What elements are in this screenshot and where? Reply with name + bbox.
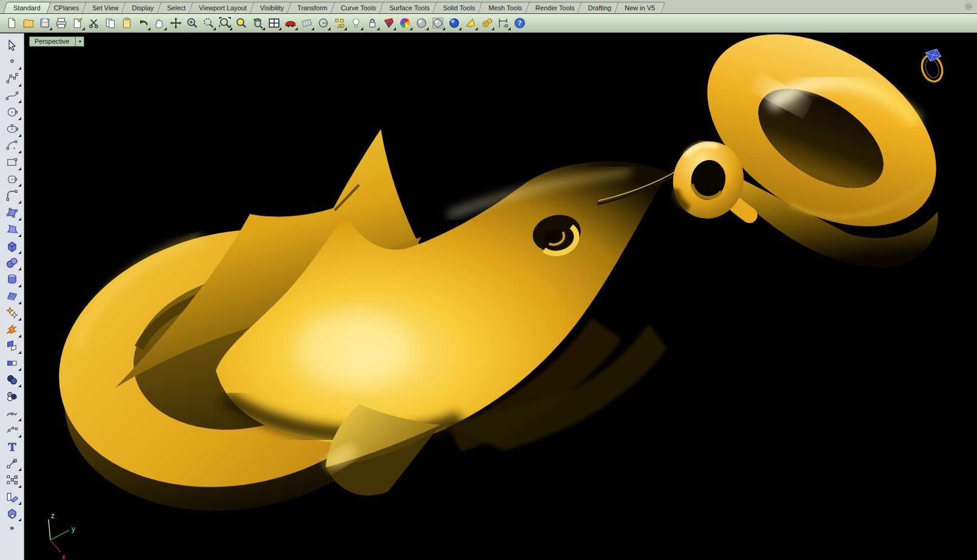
osnap-icon[interactable] — [331, 15, 347, 31]
text-icon[interactable]: T — [2, 438, 22, 455]
perspective-viewport[interactable]: Perspective ▼ — [24, 33, 977, 560]
tab-solid-tools[interactable]: Solid Tools — [434, 2, 483, 13]
tab-viewport-layout[interactable]: Viewport Layout — [190, 2, 255, 13]
extend-curve-icon[interactable] — [2, 405, 22, 422]
save-icon[interactable] — [36, 15, 53, 31]
undo-icon[interactable] — [135, 15, 151, 31]
mesh-surface-icon[interactable] — [2, 288, 22, 305]
interpolate-curve-icon[interactable] — [2, 87, 22, 104]
viewport-title-dropdown[interactable]: Perspective ▼ — [29, 36, 84, 47]
toolbar-tab-bar: StandardCPlanesSet ViewDisplaySelectView… — [0, 0, 977, 14]
spotlight-icon[interactable] — [462, 15, 478, 31]
help-icon[interactable]: ? — [511, 15, 528, 31]
tab-set-view[interactable]: Set View — [84, 2, 127, 13]
tab-transform[interactable]: Transform — [289, 2, 336, 13]
tab-visibility[interactable]: Visibility — [252, 2, 293, 13]
patch-surface-icon[interactable] — [2, 221, 22, 238]
select-cursor-icon[interactable] — [2, 37, 22, 54]
undo-view-change-icon[interactable] — [249, 15, 266, 31]
options-gear-icon[interactable] — [964, 2, 973, 12]
axis-y-label: y — [72, 525, 75, 533]
lamp-icon[interactable] — [347, 15, 364, 31]
axis-z-label: z — [51, 512, 55, 520]
tab-cplanes[interactable]: CPlanes — [45, 2, 88, 13]
ghosted-viewport-icon[interactable] — [429, 15, 446, 31]
named-cplane-icon[interactable] — [2, 488, 22, 505]
control-point-curve-icon[interactable] — [2, 70, 22, 87]
rendered-pendant-scene: z y x — [24, 33, 977, 560]
point-icon[interactable] — [2, 54, 22, 71]
rectangle-icon[interactable] — [2, 154, 22, 171]
open-file-icon[interactable] — [20, 15, 36, 31]
paste-icon[interactable] — [118, 15, 135, 31]
cage-edit-icon[interactable] — [2, 505, 22, 522]
svg-text:?: ? — [517, 19, 521, 27]
color-wheel-icon[interactable] — [397, 15, 413, 31]
options-icon[interactable] — [478, 15, 495, 31]
circle-icon[interactable] — [2, 104, 22, 121]
pan-icon[interactable] — [151, 15, 167, 31]
cylinder-icon[interactable] — [2, 271, 22, 288]
lock-icon[interactable] — [364, 15, 380, 31]
rebuild-curve-icon[interactable] — [2, 422, 22, 439]
tab-standard[interactable]: Standard — [5, 2, 49, 13]
tab-mesh-tools[interactable]: Mesh Tools — [480, 2, 530, 13]
rendered-viewport-icon[interactable] — [446, 15, 462, 31]
export-icon[interactable] — [69, 15, 86, 31]
circle-radius-icon[interactable] — [315, 15, 331, 31]
zoom-dynamic-icon[interactable] — [184, 15, 200, 31]
dolphin-body[interactable] — [216, 161, 678, 452]
box-icon[interactable] — [2, 238, 22, 255]
four-viewports-icon[interactable] — [266, 15, 282, 31]
surface-control-points-icon[interactable] — [2, 204, 22, 221]
sphere-icon[interactable] — [2, 255, 22, 272]
zoom-selected-icon[interactable] — [233, 15, 249, 31]
arc-icon[interactable] — [2, 138, 22, 155]
cplane-icon[interactable] — [298, 15, 315, 31]
split-icon[interactable] — [2, 355, 22, 372]
print-icon[interactable] — [53, 15, 69, 31]
tab-curve-tools[interactable]: Curve Tools — [332, 2, 384, 13]
move-icon[interactable] — [2, 455, 22, 472]
tab-surface-tools[interactable]: Surface Tools — [381, 2, 438, 13]
standard-toolbar: ? — [0, 14, 977, 33]
car-demo-icon[interactable] — [282, 15, 298, 31]
polygon-icon[interactable] — [2, 171, 22, 188]
sidebar-more-button[interactable]: » — [10, 523, 14, 532]
dimension-icon[interactable] — [495, 15, 511, 31]
zoom-window-icon[interactable] — [200, 15, 217, 31]
boolean-difference-icon[interactable] — [2, 388, 22, 405]
shaded-viewport-icon[interactable] — [413, 15, 429, 31]
copy-icon[interactable] — [102, 15, 118, 31]
world-axis-icon: z y x — [49, 512, 75, 560]
explode-icon[interactable] — [2, 321, 22, 338]
tab-drafting[interactable]: Drafting — [579, 2, 620, 13]
tab-display[interactable]: Display — [123, 2, 162, 13]
axis-x-label: x — [62, 553, 65, 560]
rotate-view-icon[interactable] — [167, 15, 184, 31]
cut-icon[interactable] — [86, 15, 102, 31]
tab-new-in-v5[interactable]: New in V5 — [616, 2, 663, 13]
ring-gem-logo — [919, 49, 945, 84]
boolean-stars-icon[interactable] — [2, 305, 22, 322]
chevron-down-icon[interactable]: ▼ — [76, 36, 84, 47]
boolean-union-icon[interactable] — [2, 372, 22, 388]
viewport-title[interactable]: Perspective — [29, 36, 76, 47]
main-tool-sidebar: T» — [0, 33, 24, 560]
ellipse-icon[interactable] — [2, 121, 22, 138]
render-icon[interactable] — [380, 15, 397, 31]
array-icon[interactable] — [2, 472, 22, 488]
svg-text:T: T — [8, 441, 16, 453]
trim-icon[interactable] — [2, 338, 22, 355]
rhino-window: { "tabs": { "items": [ {"label":"Standar… — [0, 0, 977, 560]
fillet-curve-icon[interactable] — [2, 187, 22, 204]
zoom-extents-icon[interactable] — [217, 15, 233, 31]
tab-render-tools[interactable]: Render Tools — [527, 2, 583, 13]
new-document-icon[interactable] — [4, 15, 20, 31]
